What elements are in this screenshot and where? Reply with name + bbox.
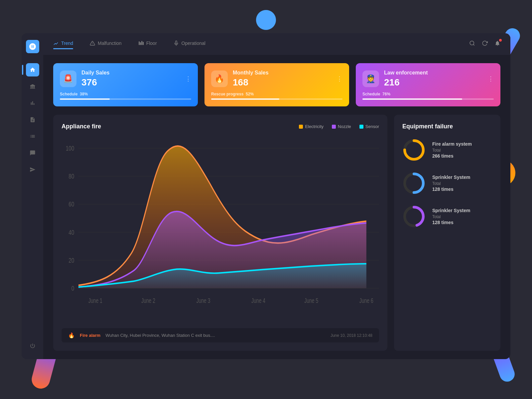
fire-alarm-name: Fire alarm system [432, 141, 492, 147]
equipment-info-sprinkler-2: Sprinkler System Total 128 times [432, 208, 492, 225]
legend-dot-sensor [359, 125, 363, 129]
svg-text:20: 20 [68, 256, 74, 264]
equipment-info-sprinkler-1: Sprinkler System Total 128 times [432, 175, 492, 192]
monthly-sales-schedule: Rescue progress 52% [211, 92, 342, 96]
law-enforcement-title: Law enforcement [384, 70, 483, 76]
daily-sales-progress-fill [60, 98, 110, 100]
notification-badge [499, 39, 502, 42]
chart-legend: Electricity Nozzle Sensor [299, 124, 379, 129]
chart-svg: 100 80 60 40 20 0 [62, 137, 379, 323]
monthly-sales-icon: 🔥 [211, 70, 228, 87]
nav-refresh-icon[interactable] [482, 40, 488, 48]
alert-text: Wuhan City, Hubei Province, Wuhan Statio… [105, 333, 326, 338]
svg-text:June 3: June 3 [197, 297, 210, 304]
monthly-sales-progress-fill [211, 98, 279, 100]
monthly-sales-card: 🔥 Monthly Sales 168 ⋮ Rescue progress 52… [204, 63, 349, 106]
svg-text:0: 0 [71, 284, 74, 292]
law-enforcement-progress-fill [362, 98, 462, 100]
donut-fire-alarm [402, 138, 426, 162]
chart-title: Appliance fire [62, 123, 101, 130]
sprinkler-2-label: Total [432, 214, 492, 219]
law-enforcement-menu[interactable]: ⋮ [488, 75, 494, 82]
sidebar-item-list[interactable] [26, 130, 39, 143]
law-enforcement-card: 👮 Law enforcement 216 ⋮ Schedule 76% [356, 63, 500, 106]
nav-notification-icon[interactable] [494, 40, 500, 48]
nav-icons [469, 40, 500, 48]
sidebar-item-home[interactable] [26, 63, 39, 76]
daily-sales-card: 🚨 Daily Sales 376 ⋮ Schedule 38% [53, 63, 198, 106]
daily-sales-value: 376 [81, 77, 180, 88]
alert-fire-icon: 🔥 [68, 332, 75, 338]
sidebar [22, 33, 43, 359]
equipment-item-sprinkler-1: Sprinkler System Total 128 times [402, 172, 492, 195]
legend-dot-nozzle [332, 125, 336, 129]
alert-time: June 10, 2018 12:10:48 [331, 333, 372, 338]
sidebar-bottom [26, 339, 39, 352]
svg-text:40: 40 [68, 228, 74, 236]
legend-dot-electricity [299, 125, 303, 129]
donut-sprinkler-1 [402, 172, 426, 195]
monthly-sales-progress-bar [211, 98, 342, 100]
sidebar-item-send[interactable] [26, 163, 39, 176]
svg-text:June 5: June 5 [304, 297, 318, 304]
fire-alarm-count: 266 times [432, 153, 492, 159]
law-enforcement-schedule: Schedule 76% [362, 92, 494, 96]
law-enforcement-progress-bar [362, 98, 494, 100]
legend-nozzle: Nozzle [332, 124, 351, 129]
monthly-sales-value: 168 [233, 77, 332, 88]
chart-header: Appliance fire Electricity Nozzle [62, 123, 379, 130]
svg-rect-2 [139, 42, 140, 45]
sidebar-item-bank[interactable] [26, 80, 39, 93]
sidebar-item-chat[interactable] [26, 146, 39, 160]
svg-text:June 1: June 1 [88, 297, 102, 304]
equipment-item-fire-alarm: Fire alarm system Total 266 times [402, 138, 492, 162]
sidebar-item-power[interactable] [26, 339, 39, 352]
svg-point-7 [470, 41, 474, 45]
deco-circle-top [256, 10, 276, 30]
svg-rect-4 [141, 41, 142, 45]
daily-sales-menu[interactable]: ⋮ [185, 75, 191, 82]
legend-sensor: Sensor [359, 124, 379, 129]
svg-rect-5 [143, 42, 144, 45]
svg-text:June 2: June 2 [141, 297, 155, 304]
sprinkler-2-name: Sprinkler System [432, 208, 492, 213]
equipment-title: Equipment failure [402, 123, 492, 130]
sidebar-item-doc[interactable] [26, 113, 39, 126]
nav-search-icon[interactable] [469, 40, 475, 48]
stat-cards: 🚨 Daily Sales 376 ⋮ Schedule 38% [53, 63, 500, 106]
equipment-items: Fire alarm system Total 266 times [402, 138, 492, 228]
fire-alarm-label: Total [432, 148, 492, 153]
sprinkler-1-label: Total [432, 181, 492, 186]
equipment-item-sprinkler-2: Sprinkler System Total 128 times [402, 205, 492, 228]
daily-sales-title: Daily Sales [81, 70, 180, 76]
main-content: 🚨 Daily Sales 376 ⋮ Schedule 38% [43, 55, 510, 359]
chart-panel: Appliance fire Electricity Nozzle [53, 115, 387, 351]
sprinkler-1-count: 128 times [432, 187, 492, 192]
daily-sales-progress-bar [60, 98, 191, 100]
top-nav: Trend Malfunction Floor Operational [43, 33, 510, 55]
svg-rect-3 [140, 42, 141, 45]
svg-text:100: 100 [66, 144, 74, 152]
sprinkler-1-name: Sprinkler System [432, 175, 492, 180]
daily-sales-schedule: Schedule 38% [60, 92, 191, 96]
nav-item-trend[interactable]: Trend [53, 41, 73, 48]
monthly-sales-menu[interactable]: ⋮ [336, 75, 342, 82]
content-area: Trend Malfunction Floor Operational [43, 33, 510, 359]
main-container: Trend Malfunction Floor Operational [22, 33, 510, 359]
svg-text:60: 60 [68, 200, 74, 208]
svg-text:June 6: June 6 [359, 297, 373, 304]
equipment-panel: Equipment failure Fire alarm [394, 115, 500, 351]
donut-sprinkler-2 [402, 205, 426, 228]
nav-item-floor[interactable]: Floor [138, 41, 157, 48]
sprinkler-2-count: 128 times [432, 220, 492, 225]
nav-item-operational[interactable]: Operational [174, 41, 205, 48]
nav-item-malfunction[interactable]: Malfunction [90, 41, 122, 48]
monthly-sales-title: Monthly Sales [233, 70, 332, 76]
law-enforcement-value: 216 [384, 77, 483, 88]
svg-text:June 4: June 4 [251, 297, 265, 304]
sidebar-item-chart[interactable] [26, 96, 39, 110]
chart-area: 100 80 60 40 20 0 [62, 137, 379, 323]
alert-bar: 🔥 Fire alarm Wuhan City, Hubei Province,… [62, 328, 379, 342]
daily-sales-icon: 🚨 [60, 70, 76, 87]
alert-label: Fire alarm [80, 333, 100, 338]
